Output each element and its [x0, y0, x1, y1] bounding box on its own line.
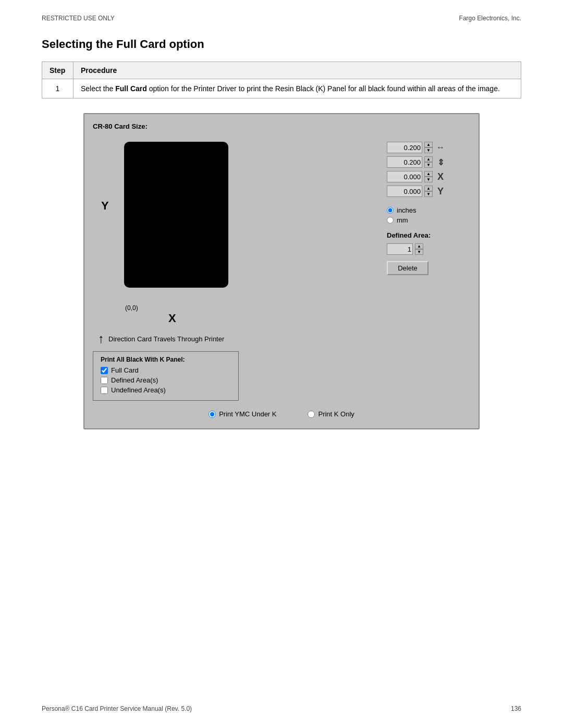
spin-down-3[interactable]: ▼	[424, 177, 433, 182]
footer-right: 136	[511, 705, 521, 712]
spin-buttons-1: ▲ ▼	[424, 142, 433, 153]
step-number: 1	[42, 79, 74, 98]
spin-row-3: ▲ ▼ X	[387, 171, 470, 182]
checkbox-group-title: Print All Black With K Panel:	[101, 356, 231, 363]
table-row: 1 Select the Full Card option for the Pr…	[42, 79, 521, 98]
defined-area-spin-down[interactable]: ▼	[415, 249, 423, 255]
radio-print-k-only[interactable]: Print K Only	[308, 410, 354, 418]
header-left: RESTRICTED USE ONLY	[42, 15, 115, 22]
controls-panel: ▲ ▼ ↔ ▲ ▼ ⇕	[387, 137, 470, 401]
defined-area-spin-row: ▲ ▼	[387, 243, 470, 255]
procedure-table: Step Procedure 1 Select the Full Card op…	[42, 61, 521, 98]
spin-up-2[interactable]: ▲	[424, 156, 433, 162]
card-preview-panel: Y (0,0) X ↑ Direction Card Travels Throu…	[93, 137, 378, 401]
spin-up-4[interactable]: ▲	[424, 186, 433, 191]
page-header: RESTRICTED USE ONLY Fargo Electronics, I…	[0, 0, 563, 27]
full-card-checkbox[interactable]	[101, 367, 108, 374]
spin-up-3[interactable]: ▲	[424, 171, 433, 177]
page-title: Selecting the Full Card option	[42, 38, 521, 51]
footer-left: Persona® C16 Card Printer Service Manual…	[42, 705, 192, 712]
card-black-rect	[124, 142, 228, 288]
units-radio-group: inches mm	[387, 206, 470, 224]
col-procedure: Procedure	[74, 62, 521, 79]
spin-buttons-2: ▲ ▼	[424, 156, 433, 168]
spin-input-x[interactable]	[387, 171, 422, 182]
defined-area-section-label: Defined Area:	[387, 231, 470, 239]
bottom-radio-row: Print YMC Under K Print K Only	[93, 406, 470, 420]
header-right: Fargo Electronics, Inc.	[459, 15, 521, 22]
x-icon: X	[435, 171, 446, 182]
step-procedure: Select the Full Card option for the Prin…	[74, 79, 521, 98]
spin-buttons-4: ▲ ▼	[424, 186, 433, 197]
direction-text: Direction Card Travels Through Printer	[108, 335, 224, 343]
checkbox-undefined-area[interactable]: Undefined Area(s)	[101, 386, 231, 394]
undefined-area-checkbox[interactable]	[101, 387, 108, 394]
width-icon: ↔	[435, 143, 446, 152]
col-step: Step	[42, 62, 74, 79]
spin-input-height[interactable]	[387, 156, 422, 168]
print-k-only-radio[interactable]	[308, 411, 315, 418]
defined-area-checkbox[interactable]	[101, 377, 108, 384]
mm-label: mm	[397, 216, 408, 224]
dialog-box: CR-80 Card Size: Y (0,0) X ↑ Direction C…	[83, 113, 480, 429]
spin-input-width[interactable]	[387, 142, 422, 153]
dialog-body: Y (0,0) X ↑ Direction Card Travels Throu…	[93, 137, 470, 401]
card-origin: (0,0)	[125, 304, 138, 312]
defined-area-label-cb: Defined Area(s)	[111, 376, 158, 384]
mm-radio[interactable]	[387, 217, 394, 224]
spin-row-1: ▲ ▼ ↔	[387, 142, 470, 153]
page-footer: Persona® C16 Card Printer Service Manual…	[42, 705, 521, 712]
full-card-label: Full Card	[111, 366, 139, 374]
spin-row-4: ▲ ▼ Y	[387, 186, 470, 197]
card-canvas: Y (0,0) X	[124, 142, 239, 298]
radio-inches[interactable]: inches	[387, 206, 470, 214]
print-k-only-label: Print K Only	[318, 410, 354, 418]
up-arrow-icon: ↑	[98, 331, 104, 346]
arrow-row: ↑ Direction Card Travels Through Printer	[98, 331, 378, 346]
print-ymc-radio[interactable]	[209, 411, 216, 418]
defined-area-spin-up[interactable]: ▲	[415, 243, 423, 249]
spin-input-y[interactable]	[387, 186, 422, 197]
defined-area-input[interactable]	[387, 243, 413, 255]
procedure-post: option for the Printer Driver to print t…	[147, 84, 500, 93]
y-icon: Y	[435, 186, 446, 197]
radio-mm[interactable]: mm	[387, 216, 470, 224]
spin-row-2: ▲ ▼ ⇕	[387, 156, 470, 168]
spin-up-1[interactable]: ▲	[424, 142, 433, 147]
inches-label: inches	[397, 206, 417, 214]
dialog-title: CR-80 Card Size:	[93, 122, 470, 130]
inches-radio[interactable]	[387, 207, 394, 214]
spin-down-1[interactable]: ▼	[424, 147, 433, 153]
radio-print-ymc[interactable]: Print YMC Under K	[209, 410, 276, 418]
checkbox-full-card[interactable]: Full Card	[101, 366, 231, 374]
procedure-pre: Select the	[81, 84, 115, 93]
delete-button[interactable]: Delete	[387, 261, 429, 275]
checkbox-defined-area[interactable]: Defined Area(s)	[101, 376, 231, 384]
procedure-bold: Full Card	[115, 84, 147, 93]
print-ymc-label: Print YMC Under K	[219, 410, 276, 418]
spin-down-2[interactable]: ▼	[424, 162, 433, 168]
height-icon: ⇕	[435, 157, 446, 167]
spin-down-4[interactable]: ▼	[424, 191, 433, 197]
page-content: Selecting the Full Card option Step Proc…	[0, 27, 563, 440]
undefined-area-label-cb: Undefined Area(s)	[111, 386, 166, 394]
spin-buttons-3: ▲ ▼	[424, 171, 433, 182]
card-x-label: X	[168, 312, 176, 325]
card-y-label: Y	[101, 199, 109, 213]
checkbox-group: Print All Black With K Panel: Full Card …	[93, 351, 239, 401]
defined-area-spin-buttons: ▲ ▼	[415, 243, 423, 255]
